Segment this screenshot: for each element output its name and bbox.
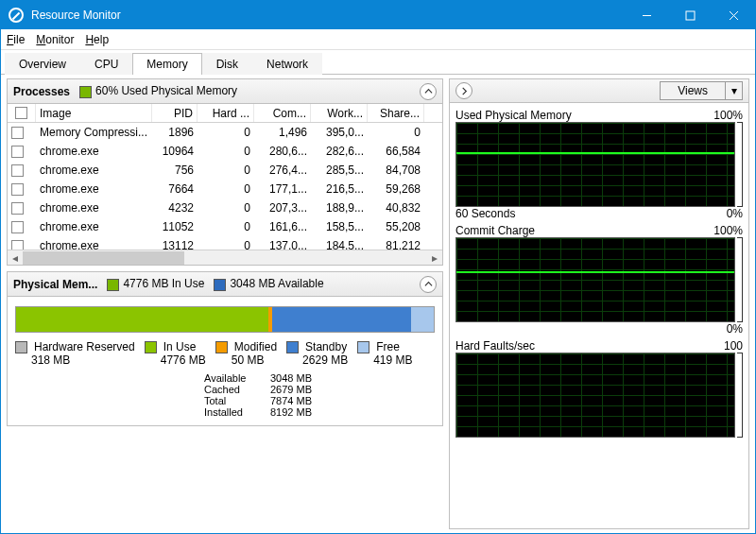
tabstrip: OverviewCPUMemoryDiskNetwork [1, 50, 755, 75]
tab-network[interactable]: Network [252, 53, 322, 75]
app-icon [9, 8, 24, 23]
row-checkbox[interactable] [11, 183, 24, 196]
inuse-swatch [107, 279, 119, 291]
physmem-title: Physical Mem... [13, 278, 97, 291]
processes-panel: Processes 60% Used Physical Memory Image… [7, 78, 443, 266]
menu-monitor[interactable]: Monitor [36, 33, 74, 46]
legend-item: Free419 MB [357, 340, 412, 367]
close-button[interactable] [712, 1, 755, 29]
table-row[interactable]: chrome.exe42320207,3...188,9...40,832 [8, 198, 442, 217]
minimize-button[interactable] [625, 1, 668, 29]
legend-item: Standby2629 MB [286, 340, 348, 367]
menubar: File Monitor Help [1, 29, 755, 50]
column-header[interactable]: Image [36, 104, 152, 122]
tab-cpu[interactable]: CPU [80, 53, 132, 75]
processes-table[interactable]: ImagePIDHard ...Com...Work...Share... Me… [8, 104, 442, 265]
mem-segment [16, 307, 268, 332]
processes-status: 60% Used Physical Memory [79, 84, 237, 97]
scroll-right-icon[interactable]: ▸ [427, 250, 442, 265]
scroll-left-icon[interactable]: ◂ [8, 250, 23, 265]
legend-item: In Use4776 MB [145, 340, 206, 367]
perf-chart: Commit Charge100%0% [455, 224, 743, 336]
processes-title: Processes [13, 85, 70, 98]
table-row[interactable]: Memory Compressi...189601,496395,0...0 [8, 123, 442, 142]
menu-help[interactable]: Help [85, 33, 109, 46]
mem-segment [272, 307, 411, 332]
tab-overview[interactable]: Overview [5, 53, 80, 75]
status-color-swatch [79, 86, 92, 98]
perf-chart: Hard Faults/sec100 [455, 339, 743, 438]
mem-segment [411, 307, 434, 332]
legend-item: Modified50 MB [215, 340, 277, 367]
scroll-thumb[interactable] [23, 251, 184, 265]
row-checkbox[interactable] [11, 146, 24, 158]
views-button[interactable]: Views ▾ [660, 81, 743, 100]
avail-swatch [214, 279, 226, 291]
column-header[interactable]: PID [152, 104, 198, 122]
collapse-icon[interactable] [420, 83, 437, 100]
legend-item: Hardware Reserved318 MB [15, 340, 135, 367]
physical-memory-panel: Physical Mem... 4776 MB In Use 3048 MB A… [7, 271, 443, 426]
chevron-down-icon[interactable]: ▾ [725, 82, 742, 99]
column-header[interactable]: Hard ... [198, 104, 254, 122]
window-title: Resource Monitor [31, 9, 625, 22]
svg-rect-0 [686, 11, 695, 20]
table-row[interactable]: chrome.exe76640177,1...216,5...59,268 [8, 180, 442, 198]
column-header[interactable]: Share... [368, 104, 424, 122]
tab-disk[interactable]: Disk [202, 53, 252, 75]
table-row[interactable]: chrome.exe110520161,6...158,5...55,208 [8, 217, 442, 236]
row-checkbox[interactable] [11, 127, 24, 139]
column-header[interactable]: Com... [254, 104, 311, 122]
collapse-icon[interactable] [420, 276, 437, 293]
perf-chart: Used Physical Memory100%60 Seconds0% [455, 109, 743, 220]
tab-memory[interactable]: Memory [132, 53, 201, 75]
avail-status: 3048 MB Available [214, 277, 323, 290]
expand-charts-icon[interactable] [455, 82, 472, 99]
row-checkbox[interactable] [11, 221, 24, 233]
horizontal-scrollbar[interactable]: ◂ ▸ [8, 250, 442, 265]
titlebar: Resource Monitor [1, 1, 755, 29]
inuse-status: 4776 MB In Use [107, 277, 204, 290]
memory-bar [15, 306, 435, 333]
menu-file[interactable]: File [7, 33, 25, 46]
row-checkbox[interactable] [11, 164, 24, 177]
select-all-checkbox[interactable] [15, 107, 27, 119]
maximize-button[interactable] [668, 1, 712, 29]
row-checkbox[interactable] [11, 202, 24, 215]
table-row[interactable]: chrome.exe109640280,6...282,6...66,584 [8, 142, 442, 161]
column-header[interactable]: Work... [311, 104, 368, 122]
memory-stats: Available3048 MBCached2679 MBTotal7874 M… [129, 372, 435, 418]
table-row[interactable]: chrome.exe7560276,4...285,5...84,708 [8, 161, 442, 180]
